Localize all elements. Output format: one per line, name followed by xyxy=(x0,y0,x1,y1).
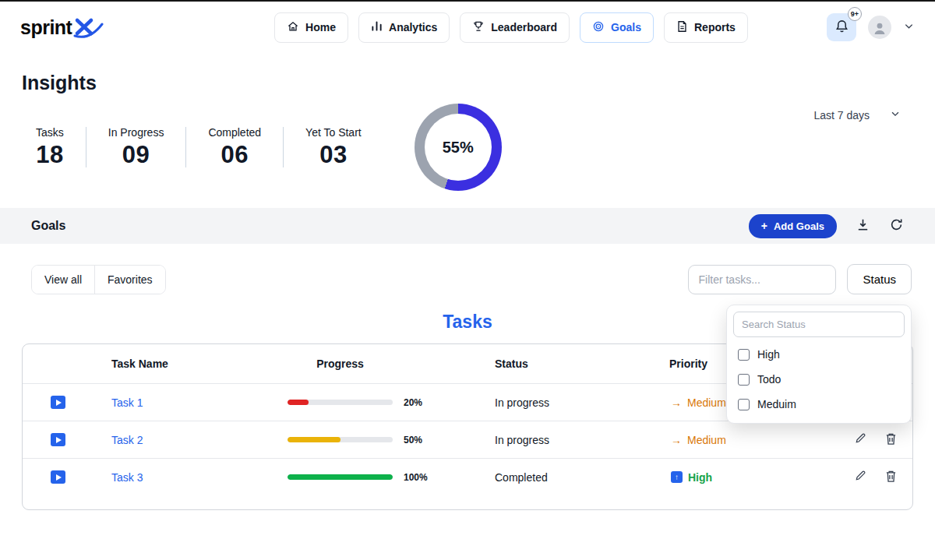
brand-name: sprint xyxy=(20,16,72,39)
divider xyxy=(283,127,284,167)
status-option-high[interactable]: High xyxy=(733,342,905,367)
view-toggle: View all Favorites xyxy=(31,265,166,294)
col-header-progress: Progress xyxy=(288,357,393,370)
date-range-select[interactable]: Last 7 days xyxy=(813,108,901,122)
completion-donut: 55% xyxy=(415,104,502,191)
nav-item-analytics[interactable]: Analytics xyxy=(358,12,450,43)
add-goals-label: Add Goals xyxy=(774,220,824,232)
task-name-link[interactable]: Task 1 xyxy=(111,396,143,409)
stat-value: 09 xyxy=(108,141,164,169)
edit-button[interactable] xyxy=(855,432,866,448)
nav-item-leaderboard[interactable]: Leaderboard xyxy=(460,12,570,43)
stat-value: 18 xyxy=(36,141,64,169)
progress-percent: 50% xyxy=(404,435,422,446)
divider xyxy=(185,127,186,167)
account-menu-chevron[interactable] xyxy=(903,20,915,34)
priority-icon xyxy=(671,471,683,483)
task-status: In progress xyxy=(490,434,669,446)
analytics-icon xyxy=(371,20,383,34)
checkbox-icon[interactable] xyxy=(738,399,750,410)
user-avatar[interactable] xyxy=(868,16,891,39)
priority-cell: Medium xyxy=(669,434,849,446)
priority-icon xyxy=(671,434,687,446)
status-option-todo[interactable]: Todo xyxy=(733,367,905,392)
stat-label: Tasks xyxy=(36,126,64,139)
home-icon xyxy=(287,20,299,35)
nav-item-home[interactable]: Home xyxy=(274,12,348,43)
progress-bar xyxy=(288,400,393,405)
play-button[interactable] xyxy=(51,470,65,484)
priority-label: High xyxy=(688,471,712,484)
header-right-controls: 9+ xyxy=(827,13,915,41)
logo-x-icon xyxy=(72,17,104,41)
refresh-icon xyxy=(889,217,904,234)
progress-percent: 20% xyxy=(404,397,422,408)
pencil-icon xyxy=(855,432,866,448)
stat-completed: Completed 06 xyxy=(206,126,263,169)
nav-item-label: Leaderboard xyxy=(491,21,557,33)
delete-button[interactable] xyxy=(885,432,897,448)
play-icon xyxy=(56,437,62,443)
nav-item-label: Home xyxy=(305,21,336,33)
download-button[interactable] xyxy=(856,217,870,234)
target-icon xyxy=(592,20,605,35)
col-header-status: Status xyxy=(490,357,669,370)
plus-icon: + xyxy=(761,220,767,231)
chevron-down-icon xyxy=(890,108,901,122)
divider xyxy=(86,127,86,167)
stat-in-progress: In Progress 09 xyxy=(107,126,166,169)
col-header-task-name: Task Name xyxy=(93,357,288,370)
progress-fill xyxy=(288,474,393,480)
report-icon xyxy=(676,20,688,35)
filter-tasks-input[interactable] xyxy=(688,265,836,294)
stat-tasks: Tasks 18 xyxy=(34,126,65,169)
completion-percent: 55% xyxy=(425,114,492,181)
status-option-label: Meduim xyxy=(757,398,796,410)
pencil-icon xyxy=(855,470,866,485)
progress-bar xyxy=(288,474,393,480)
top-nav-bar: sprint Home Analytics Leaderbo xyxy=(0,2,935,53)
nav-item-label: Reports xyxy=(694,21,736,33)
nav-item-goals[interactable]: Goals xyxy=(580,12,654,43)
status-filter-button[interactable]: Status xyxy=(847,264,912,294)
stat-yet-to-start: Yet To Start 03 xyxy=(304,126,363,169)
goals-title: Goals xyxy=(31,219,65,233)
brand-logo: sprint xyxy=(20,14,196,41)
status-search-input[interactable] xyxy=(733,312,905,337)
download-icon xyxy=(856,217,870,234)
refresh-button[interactable] xyxy=(889,217,904,234)
view-all-button[interactable]: View all xyxy=(32,266,95,294)
checkbox-icon[interactable] xyxy=(738,349,750,361)
stat-label: Completed xyxy=(208,126,261,139)
task-name-link[interactable]: Task 2 xyxy=(111,434,143,446)
chevron-down-icon xyxy=(903,20,915,34)
date-range-label: Last 7 days xyxy=(813,109,870,122)
main-nav: Home Analytics Leaderboard Goals Reports xyxy=(196,12,827,43)
trash-icon xyxy=(885,432,897,448)
priority-icon xyxy=(671,396,687,409)
nav-item-reports[interactable]: Reports xyxy=(664,12,748,43)
edit-button[interactable] xyxy=(855,470,866,485)
page-title: Insights xyxy=(22,72,935,94)
task-status: Completed xyxy=(490,471,669,484)
checkbox-icon[interactable] xyxy=(738,374,750,386)
stat-value: 03 xyxy=(305,141,362,169)
stat-value: 06 xyxy=(208,141,261,169)
nav-item-label: Goals xyxy=(611,21,641,33)
task-name-link[interactable]: Task 3 xyxy=(111,471,143,484)
nav-item-label: Analytics xyxy=(389,21,437,33)
insights-stats-row: Tasks 18 In Progress 09 Completed 06 Yet… xyxy=(0,104,935,191)
filters-right: Status xyxy=(688,264,912,294)
notifications: 9+ xyxy=(827,13,856,41)
notification-badge: 9+ xyxy=(848,7,862,21)
status-dropdown-panel: High Todo Meduim xyxy=(726,305,912,424)
progress-fill xyxy=(288,437,340,442)
delete-button[interactable] xyxy=(885,470,897,485)
play-button[interactable] xyxy=(51,396,65,409)
play-button[interactable] xyxy=(51,433,65,446)
favorites-button[interactable]: Favorites xyxy=(95,266,165,294)
status-option-medium[interactable]: Meduim xyxy=(733,392,905,417)
add-goals-button[interactable]: + Add Goals xyxy=(749,214,837,238)
progress-percent: 100% xyxy=(404,472,428,483)
goals-section-bar: Goals + Add Goals xyxy=(0,208,935,244)
